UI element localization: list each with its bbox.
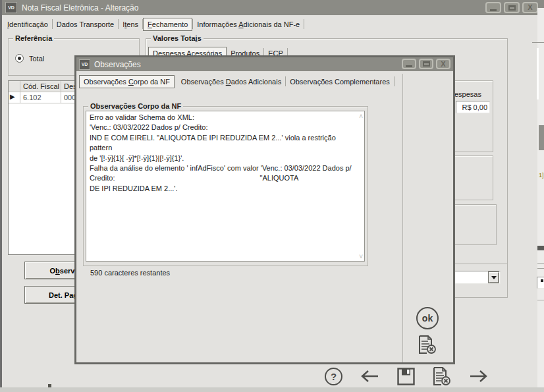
right-edge-panel: 1] — [537, 8, 544, 387]
divider — [537, 263, 544, 264]
main-minimize-button[interactable] — [485, 2, 501, 13]
bottom-toolbar: ? — [325, 366, 503, 386]
col-cod-fiscal[interactable]: Cód. Fiscal — [20, 81, 61, 92]
dialog-close-button[interactable]: X — [436, 59, 450, 69]
dialog-divider — [402, 74, 403, 362]
discard-button[interactable] — [418, 335, 437, 354]
referencia-group-label: Referência — [13, 34, 54, 42]
help-button[interactable]: ? — [325, 368, 342, 385]
back-button[interactable] — [360, 368, 379, 384]
radio-button-icon — [15, 54, 24, 63]
maximize-icon — [508, 5, 516, 11]
ok-button[interactable]: ok — [416, 307, 439, 329]
dialog-maximize-button[interactable] — [419, 59, 433, 69]
tab-observacoes-corpo[interactable]: Observações Corpo da NF — [79, 75, 175, 88]
chars-remaining-label: 590 caracteres restantes — [90, 269, 170, 277]
divider — [537, 300, 544, 300]
app-icon: VD — [5, 2, 17, 13]
cancel-document-icon — [433, 366, 451, 386]
dialog-titlebar[interactable]: VD Observações X — [76, 57, 453, 71]
screen: VD Nota Fiscal Eletrônica - Alteração X … — [0, 0, 544, 392]
observacoes-corpo-group-label: Observações Corpo da NF — [88, 102, 183, 110]
despesas-value-field[interactable]: R$ 0,00 — [456, 101, 490, 113]
forward-button[interactable] — [469, 368, 488, 384]
minimize-icon — [406, 65, 412, 67]
tab-separator — [394, 76, 394, 86]
row-selector-header — [9, 81, 20, 92]
chevron-down-icon[interactable]: ˅ — [359, 254, 363, 260]
radio-total-label: Total — [29, 55, 44, 63]
divider — [532, 42, 544, 43]
observacoes-textarea[interactable]: Erro ao validar Schema do XML: 'Venc.: 0… — [86, 111, 365, 262]
close-icon: X — [441, 61, 445, 68]
tab-separator — [304, 19, 304, 29]
close-icon: X — [528, 4, 532, 11]
tab-informacoes-adicionais[interactable]: Informações Adicionais da NF-e — [193, 18, 304, 30]
tab-observacoes-complementares[interactable]: Observações Complementares — [286, 76, 394, 88]
tab-fechamento[interactable]: Fechamento — [143, 18, 192, 31]
observacoes-corpo-group: Observações Corpo da NF Erro ao validar … — [83, 106, 368, 266]
tab-observacoes-dados-adicionais[interactable]: Observações Dados Adicionais — [177, 76, 285, 88]
tab-identificacao[interactable]: Identificação — [3, 18, 52, 30]
dialog-title: Observações — [94, 60, 141, 69]
maximize-icon — [423, 61, 430, 67]
minimize-icon — [490, 9, 497, 11]
save-button[interactable] — [397, 368, 415, 385]
forward-arrow-icon — [469, 368, 488, 384]
divider — [537, 48, 539, 99]
divider — [537, 246, 544, 250]
dialog-minimize-button[interactable] — [402, 59, 416, 69]
main-window-title: Nota Fiscal Eletrônica - Alteração — [22, 3, 138, 13]
combo-dropdown-button[interactable] — [488, 271, 499, 283]
main-tab-strip: Identificação Dados Transporte Itens Fec… — [3, 17, 304, 31]
scrollbar-thumb[interactable] — [539, 125, 544, 150]
help-icon: ? — [331, 371, 337, 382]
chevron-up-icon[interactable]: ˄ — [359, 113, 363, 120]
divider — [537, 268, 544, 269]
right-edge-text-fragment: 1] — [539, 172, 544, 179]
dialog-tab-strip: Observações Corpo da NF Observações Dado… — [79, 74, 394, 88]
row-marker-icon: ▶ — [9, 92, 20, 103]
despesas-label-partial: espesas — [454, 90, 481, 98]
glyph-fragment — [541, 279, 543, 282]
save-icon — [397, 368, 415, 385]
mini-button-fragment[interactable] — [537, 277, 544, 289]
main-maximize-button[interactable] — [504, 2, 520, 13]
tab-dados-transporte[interactable]: Dados Transporte — [53, 18, 118, 30]
main-titlebar[interactable]: VD Nota Fiscal Eletrônica - Alteração X — [2, 0, 544, 15]
dialog-app-icon: VD — [79, 59, 90, 70]
ok-label: ok — [422, 313, 433, 323]
cancel-note-button[interactable] — [433, 366, 451, 386]
valores-totais-group-label: Valores Totais — [151, 34, 204, 42]
back-arrow-icon — [360, 368, 379, 384]
main-close-button[interactable]: X — [522, 2, 538, 13]
chevron-down-icon — [491, 276, 497, 279]
window-edge-mark — [48, 384, 51, 387]
tab-itens[interactable]: Itens — [119, 18, 142, 30]
cancel-document-icon — [418, 335, 437, 354]
observacoes-dialog: VD Observações X Observações Corpo da NF… — [74, 55, 455, 364]
radio-total[interactable]: Total — [15, 54, 44, 63]
cell-cod-fiscal: 6.102 — [20, 92, 61, 103]
